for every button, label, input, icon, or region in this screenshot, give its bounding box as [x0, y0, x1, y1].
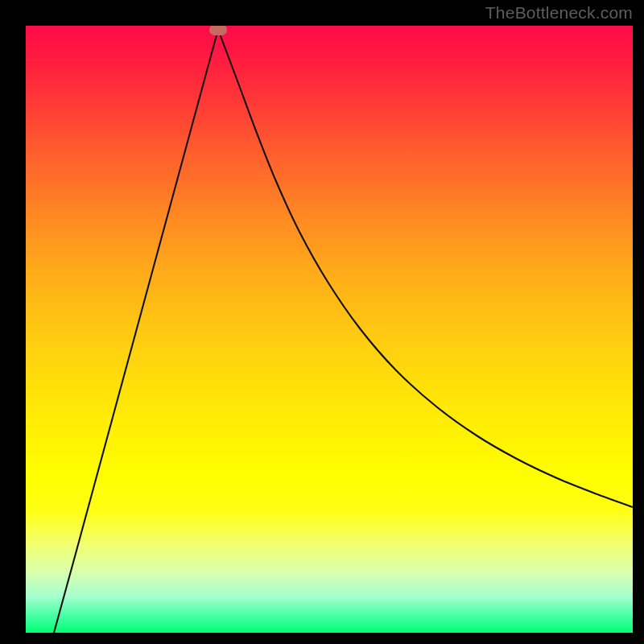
curve-left-branch	[54, 30, 218, 633]
vertex-marker	[209, 26, 227, 35]
watermark-text: TheBottleneck.com	[485, 3, 633, 23]
curve-right-branch	[218, 30, 633, 507]
curve-svg	[26, 26, 633, 633]
plot-gradient-area	[26, 26, 633, 633]
